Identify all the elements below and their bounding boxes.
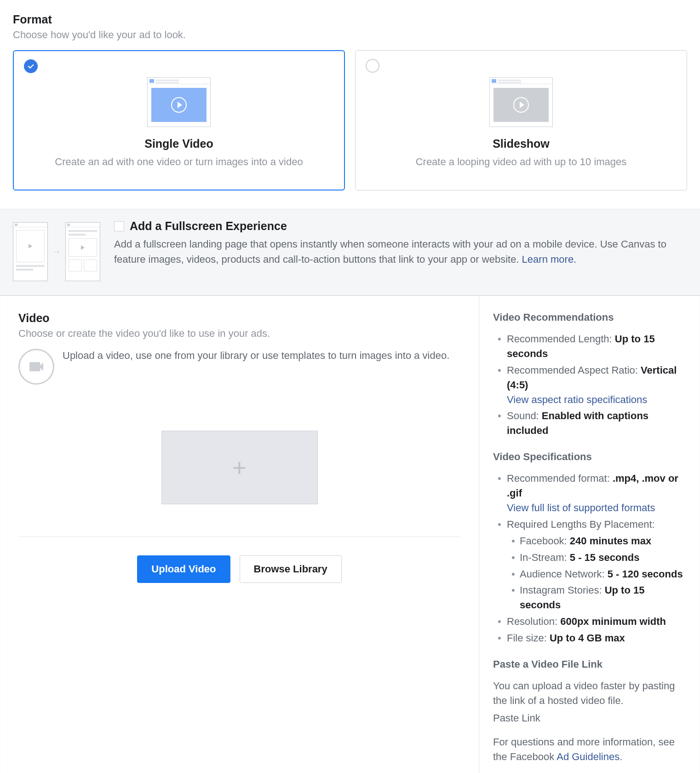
fullscreen-desc: Add a fullscreen landing page that opens… [114, 237, 687, 267]
recs-heading: Video Recommendations [493, 312, 686, 323]
specs-heading: Video Specifications [493, 451, 686, 463]
learn-more-link[interactable]: Learn more. [522, 254, 577, 265]
format-card-desc: Create a looping video ad with up to 10 … [367, 156, 676, 168]
aspect-ratio-link[interactable]: View aspect ratio specifications [507, 394, 647, 405]
spec-resolution: Resolution: 600px minimum width [497, 614, 686, 629]
fullscreen-checkbox[interactable] [114, 221, 124, 231]
specs-sidebar: Video Recommendations Recommended Length… [479, 296, 700, 773]
plus-icon: + [232, 455, 247, 480]
format-card-single-video[interactable]: Single Video Create an ad with one video… [13, 50, 345, 190]
ad-guidelines-link[interactable]: Ad Guidelines [557, 751, 620, 762]
format-card-title: Slideshow [367, 137, 676, 150]
rec-sound: Sound: Enabled with captions included [497, 409, 686, 438]
formats-link[interactable]: View full list of supported formats [507, 502, 655, 513]
paste-heading: Paste a Video File Link [493, 658, 686, 670]
spec-instagram: Instagram Stories: Up to 15 seconds [511, 583, 686, 612]
arrow-right-icon: → [52, 247, 61, 257]
rec-length: Recommended Length: Up to 15 seconds [497, 332, 686, 361]
upload-video-button[interactable]: Upload Video [137, 555, 230, 583]
format-section: Format Choose how you'd like your ad to … [13, 13, 687, 190]
spec-format: Recommended format: .mp4, .mov or .gifVi… [497, 471, 686, 515]
video-subtitle: Choose or create the video you'd like to… [18, 328, 460, 340]
spec-fb: Facebook: 240 minutes max [511, 534, 686, 548]
paste-link[interactable]: Paste Link [493, 711, 686, 726]
spec-filesize: File size: Up to 4 GB max [497, 631, 686, 646]
video-placeholder[interactable]: + [161, 431, 318, 504]
radio-unchecked-icon [366, 59, 379, 73]
upload-hint: Upload a video, use one from your librar… [63, 349, 449, 363]
fullscreen-panel: → Add a Fullscreen Experience Add a full… [0, 209, 700, 295]
spec-audience-network: Audience Network: 5 - 120 seconds [511, 567, 686, 582]
format-card-title: Single Video [24, 137, 333, 150]
slideshow-illustration [367, 77, 676, 127]
video-section: Video Choose or create the video you'd l… [0, 296, 479, 773]
spec-instream: In-Stream: 5 - 15 seconds [511, 550, 686, 565]
single-video-illustration [24, 77, 333, 127]
format-card-slideshow[interactable]: Slideshow Create a looping video ad with… [355, 50, 687, 190]
fullscreen-title: Add a Fullscreen Experience [130, 219, 287, 233]
spec-req-lengths: Required Lengths By Placement: Facebook:… [497, 517, 686, 612]
format-card-desc: Create an ad with one video or turn imag… [24, 156, 333, 168]
fullscreen-illustration: → [13, 219, 100, 281]
format-subtitle: Choose how you'd like your ad to look. [13, 29, 687, 41]
paste-footer: For questions and more information, see … [493, 735, 686, 764]
rec-ratio: Recommended Aspect Ratio: Vertical (4:5)… [497, 363, 686, 407]
browse-library-button[interactable]: Browse Library [240, 555, 342, 583]
check-icon [24, 59, 38, 73]
format-title: Format [13, 13, 687, 26]
paste-desc: You can upload a video faster by pasting… [493, 679, 686, 708]
video-title: Video [18, 312, 460, 325]
video-camera-icon [18, 349, 54, 385]
